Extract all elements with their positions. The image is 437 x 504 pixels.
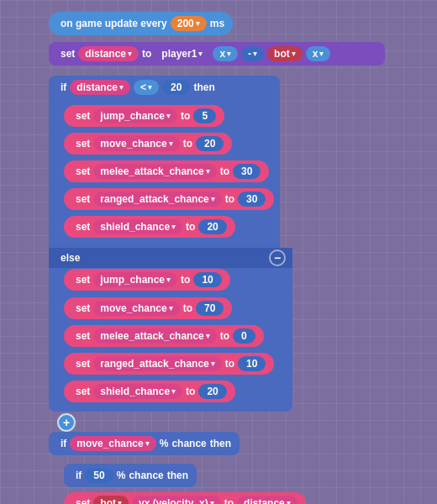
set-jump-chance-if: set jump_chance ▾ to 5 — [64, 105, 224, 127]
if2-block: if move_chance ▾ % chance then — [49, 432, 240, 455]
move-chance-else-val: 70 — [196, 301, 224, 316]
set-keyword: set — [61, 48, 75, 60]
else-collapse-btn[interactable]: − — [269, 249, 286, 266]
shield-chance-else-pill[interactable]: shield_chance ▾ — [93, 384, 182, 399]
set-kw-bot: set — [76, 497, 90, 504]
jump-chance-val: 5 — [193, 108, 216, 123]
set-move-chance-else: set move_chance ▾ to 70 — [64, 297, 232, 319]
if-op-pill[interactable]: < ▾ — [134, 80, 159, 95]
ms-unit-label: ms — [210, 18, 224, 29]
jump-chance-else-val: 10 — [193, 272, 221, 287]
if2-op: % — [160, 438, 169, 449]
if-value-box: 20 — [162, 80, 190, 95]
set-bot-vx-block: set bot ▾ vx (velocity_x) ▾ to distance … — [64, 492, 306, 504]
jump-chance-pill[interactable]: jump_chance ▾ — [93, 108, 177, 123]
if-keyword: if — [61, 81, 66, 93]
if-header: if distance ▾ < ▾ 20 then — [49, 76, 224, 99]
x-prop1-pill[interactable]: x ▾ — [213, 46, 238, 61]
set-jump-chance-else: set jump_chance ▾ to 10 — [64, 269, 230, 291]
ranged-attack-chance-else-pill[interactable]: ranged_attack_chance ▾ — [93, 356, 221, 371]
melee-attack-chance-pill[interactable]: melee_attack_chance ▾ — [93, 164, 216, 179]
to-keyword: to — [142, 48, 151, 60]
add-block-btn[interactable]: + — [57, 413, 76, 432]
melee-attack-chance-else-pill[interactable]: melee_attack_chance ▾ — [93, 328, 216, 344]
set-kw: set — [76, 110, 90, 122]
bot-pill[interactable]: bot ▾ — [267, 46, 303, 61]
if3-then: then — [167, 470, 188, 481]
else-header: else − — [49, 248, 292, 268]
if2-then: then — [210, 438, 231, 449]
set-ranged-chance-if: set ranged_attack_chance ▾ to 30 — [64, 188, 274, 210]
shield-chance-pill[interactable]: shield_chance ▾ — [93, 219, 182, 234]
else-keyword: else — [61, 252, 80, 264]
if2-keyword: if — [61, 438, 66, 449]
if-then-label: then — [193, 81, 214, 93]
distance-val-pill[interactable]: distance ▾ — [237, 496, 297, 504]
to-kw-bot: to — [224, 497, 234, 504]
player1-pill[interactable]: player1 ▾ — [155, 46, 209, 61]
ranged-chance-else-val: 10 — [238, 356, 266, 371]
distance-var-pill[interactable]: distance ▾ — [78, 46, 139, 61]
if3-value: 50 — [85, 468, 113, 483]
add-button-area[interactable]: + — [57, 413, 76, 432]
trigger-block: on game update every 200 ▾ ms — [49, 12, 233, 35]
dropdown-arrow: ▾ — [196, 19, 200, 28]
jump-chance-else-pill[interactable]: jump_chance ▾ — [93, 272, 177, 287]
ranged-chance-val-if: 30 — [238, 192, 266, 207]
ranged-attack-chance-pill[interactable]: ranged_attack_chance ▾ — [93, 192, 221, 207]
set-ranged-chance-else: set ranged_attack_chance ▾ to 10 — [64, 353, 274, 375]
if3-block: if 50 % chance then — [64, 464, 197, 487]
set-move-chance-if: set move_chance ▾ to 20 — [64, 133, 232, 155]
set-distance-block: set distance ▾ to player1 ▾ x ▾ - ▾ bot … — [49, 42, 385, 66]
vx-prop-pill[interactable]: vx (velocity_x) ▾ — [132, 496, 221, 504]
if3-keyword: if — [76, 470, 82, 481]
set-shield-chance-if: set shield_chance ▾ to 20 — [64, 216, 235, 238]
move-chance-if2-pill[interactable]: move_chance ▾ — [70, 436, 155, 451]
shield-chance-val-if: 20 — [198, 219, 226, 234]
set-melee-chance-else: set melee_attack_chance ▾ to 0 — [64, 325, 264, 347]
x-prop2-pill[interactable]: x ▾ — [306, 46, 331, 61]
move-chance-val: 20 — [196, 136, 224, 151]
if3-chance: chance — [129, 470, 163, 481]
bot-var-pill[interactable]: bot ▾ — [93, 496, 129, 504]
shield-chance-else-val: 20 — [198, 384, 226, 399]
if-distance-pill[interactable]: distance ▾ — [70, 80, 130, 95]
move-chance-else-pill[interactable]: move_chance ▾ — [93, 301, 179, 316]
set-melee-chance-if: set melee_attack_chance ▾ to 30 — [64, 160, 269, 182]
minus-op-pill[interactable]: - ▾ — [241, 46, 264, 61]
trigger-label: on game update every — [61, 18, 167, 29]
melee-chance-else-val: 0 — [233, 328, 255, 344]
set-shield-chance-else: set shield_chance ▾ to 20 — [64, 381, 235, 402]
if3-op: % — [117, 470, 126, 481]
if2-chance: chance — [171, 438, 206, 449]
move-chance-pill[interactable]: move_chance ▾ — [93, 136, 179, 151]
melee-chance-val: 30 — [233, 164, 261, 179]
ms-value-pill[interactable]: 200 ▾ — [171, 16, 207, 31]
